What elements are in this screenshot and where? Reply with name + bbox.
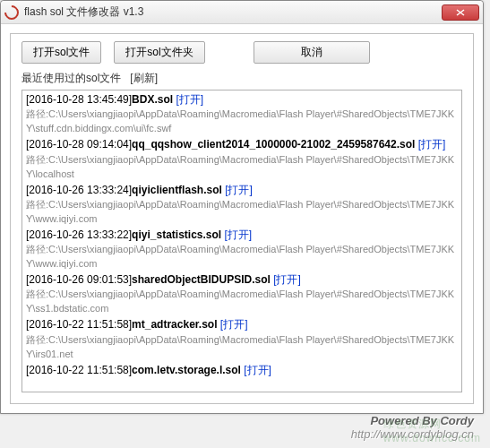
cancel-button[interactable]: 取消 — [254, 41, 370, 64]
file-entry: [2016-10-28 13:45:49]BDX.sol [打开]路径:C:\U… — [26, 92, 458, 136]
watermark-cn: 绿色资源网 — [383, 418, 442, 430]
open-folder-button[interactable]: 打开sol文件夹 — [114, 41, 204, 64]
file-name: mt_adtracker.sol — [132, 318, 217, 331]
open-link[interactable]: [打开] — [221, 228, 252, 241]
content-frame: 打开sol文件 打开sol文件夹 取消 最近使用过的sol文件 [刷新] [20… — [10, 33, 474, 404]
file-path: 路径:C:\Users\xiangjiaopi\AppData\Roaming\… — [26, 288, 458, 316]
open-link[interactable]: [打开] — [271, 273, 301, 286]
recent-label-text: 最近使用过的sol文件 — [21, 72, 121, 84]
open-link[interactable]: [打开] — [218, 318, 248, 331]
file-entry: [2016-10-22 11:51:58]mt_adtracker.sol [打… — [26, 317, 458, 361]
watermark-url: www.downcc.com — [383, 432, 481, 444]
toolbar: 打开sol文件 打开sol文件夹 取消 — [21, 41, 462, 64]
close-button[interactable] — [442, 4, 479, 21]
file-name: qiyiclientflash.sol — [132, 184, 222, 196]
app-window: flash sol 文件修改器 v1.3 打开sol文件 打开sol文件夹 取消… — [0, 0, 484, 414]
timestamp: [2016-10-28 13:45:49] — [26, 93, 132, 106]
refresh-link[interactable]: [刷新] — [130, 72, 158, 84]
timestamp: [2016-10-28 09:14:04] — [26, 138, 132, 151]
file-path: 路径:C:\Users\xiangjiaopi\AppData\Roaming\… — [26, 198, 458, 227]
timestamp: [2016-10-26 13:33:24] — [26, 184, 132, 196]
close-icon — [456, 9, 465, 16]
file-name: sharedObjectBIDUPSID.sol — [132, 273, 271, 286]
file-entry: [2016-10-26 09:01:53]sharedObjectBIDUPSI… — [26, 272, 458, 316]
window-title: flash sol 文件修改器 v1.3 — [24, 4, 442, 20]
file-name: BDX.sol — [132, 93, 173, 106]
file-path: 路径:C:\Users\xiangjiaopi\AppData\Roaming\… — [26, 108, 458, 136]
watermark: 绿色资源网 www.downcc.com — [383, 417, 481, 444]
file-path: 路径:C:\Users\xiangjiaopi\AppData\Roaming\… — [26, 243, 458, 271]
file-name: com.letv.storage.l.sol — [132, 364, 241, 376]
file-entry: [2016-10-28 09:14:04]qq_qqshow_client201… — [26, 137, 458, 181]
file-path: 路径:C:\Users\xiangjiaopi\AppData\Roaming\… — [26, 333, 458, 362]
open-link[interactable]: [打开] — [222, 184, 253, 196]
timestamp: [2016-10-26 09:01:53] — [26, 273, 132, 286]
file-entry: [2016-10-26 13:33:22]qiyi_statistics.sol… — [26, 228, 458, 271]
timestamp: [2016-10-26 13:33:22] — [26, 228, 132, 241]
open-file-button[interactable]: 打开sol文件 — [21, 41, 101, 64]
file-entry: [2016-10-22 11:51:58]com.letv.storage.l.… — [26, 363, 458, 378]
file-list[interactable]: [2016-10-28 13:45:49]BDX.sol [打开]路径:C:\U… — [21, 90, 462, 392]
timestamp: [2016-10-22 11:51:58] — [26, 318, 132, 331]
open-link[interactable]: [打开] — [173, 93, 203, 106]
app-icon — [2, 2, 22, 22]
open-link[interactable]: [打开] — [415, 138, 445, 151]
file-path: 路径:C:\Users\xiangjiaopi\AppData\Roaming\… — [26, 153, 458, 182]
file-name: qiyi_statistics.sol — [132, 228, 221, 241]
open-link[interactable]: [打开] — [241, 364, 271, 376]
file-name: qq_qqshow_client2014_1000000-21002_24595… — [132, 138, 415, 151]
timestamp: [2016-10-22 11:51:58] — [26, 364, 132, 376]
titlebar[interactable]: flash sol 文件修改器 v1.3 — [1, 1, 483, 24]
recent-files-label: 最近使用过的sol文件 [刷新] — [21, 71, 462, 86]
file-entry: [2016-10-26 13:33:24]qiyiclientflash.sol… — [26, 183, 458, 227]
